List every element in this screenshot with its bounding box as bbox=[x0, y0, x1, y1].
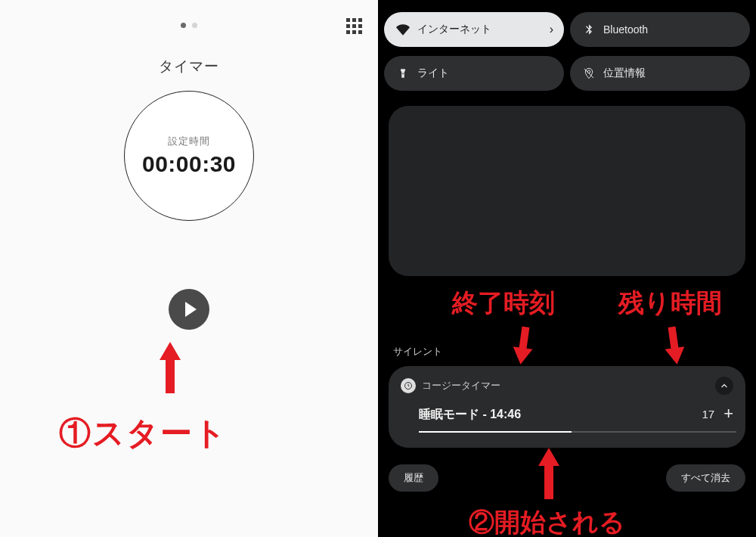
set-time-label: 設定時間 bbox=[168, 135, 210, 148]
qs-location-tile[interactable]: 位置情報 bbox=[570, 56, 750, 91]
chevron-up-icon bbox=[720, 381, 729, 390]
timer-value: 00:00:30 bbox=[142, 151, 236, 177]
media-card-placeholder bbox=[389, 106, 745, 276]
app-icon bbox=[401, 378, 416, 393]
clear-all-button[interactable]: すべて消去 bbox=[666, 464, 745, 492]
history-button[interactable]: 履歴 bbox=[389, 464, 438, 492]
notification-remaining: 17 bbox=[702, 408, 714, 421]
progress-fill bbox=[419, 431, 572, 433]
collapse-button[interactable] bbox=[715, 377, 733, 395]
flashlight-icon bbox=[396, 68, 410, 79]
notification-body: 睡眠モード - 14:46 17 + bbox=[401, 404, 733, 424]
qs-light-label: ライト bbox=[417, 67, 449, 80]
quick-settings-row-2: ライト 位置情報 bbox=[384, 56, 750, 91]
add-time-button[interactable]: + bbox=[723, 404, 733, 424]
annotation-arrow-icon bbox=[161, 342, 179, 393]
annotation-arrow-icon bbox=[663, 326, 686, 366]
notification-actions-row: 履歴 すべて消去 bbox=[389, 464, 745, 492]
page-dot-active bbox=[181, 23, 186, 28]
qs-location-label: 位置情報 bbox=[603, 67, 646, 80]
timer-notification[interactable]: コージータイマー 睡眠モード - 14:46 17 + bbox=[389, 366, 745, 448]
qs-internet-tile[interactable]: インターネット › bbox=[384, 12, 564, 47]
chevron-right-icon: › bbox=[550, 23, 553, 36]
progress-track bbox=[419, 431, 736, 433]
timer-circle[interactable]: 設定時間 00:00:30 bbox=[124, 91, 254, 221]
location-off-icon bbox=[582, 67, 596, 79]
page-dot bbox=[192, 23, 197, 28]
notification-shade-screen: インターネット › Bluetooth ライト 位置情報 サイレント bbox=[378, 0, 756, 537]
qs-light-tile[interactable]: ライト bbox=[384, 56, 564, 91]
annotation-start: ①スタート bbox=[59, 412, 228, 455]
play-icon bbox=[185, 302, 197, 317]
notification-app-name: コージータイマー bbox=[422, 379, 500, 393]
play-button[interactable] bbox=[169, 289, 209, 330]
menu-grid-button[interactable] bbox=[346, 18, 361, 33]
quick-settings-row-1: インターネット › Bluetooth bbox=[384, 12, 750, 47]
annotation-arrow-icon bbox=[512, 326, 535, 366]
qs-bluetooth-label: Bluetooth bbox=[603, 23, 648, 36]
bluetooth-icon bbox=[582, 23, 596, 36]
notification-header: コージータイマー bbox=[401, 377, 733, 395]
timer-app-screen: タイマー 設定時間 00:00:30 ①スタート bbox=[0, 0, 378, 537]
notification-title: 睡眠モード - 14:46 bbox=[419, 407, 521, 423]
qs-bluetooth-tile[interactable]: Bluetooth bbox=[570, 12, 750, 47]
page-indicator bbox=[0, 23, 378, 28]
timer-title: タイマー bbox=[0, 57, 378, 76]
qs-internet-label: インターネット bbox=[417, 23, 491, 36]
silent-section-label: サイレント bbox=[393, 345, 442, 359]
wifi-icon bbox=[396, 23, 410, 36]
